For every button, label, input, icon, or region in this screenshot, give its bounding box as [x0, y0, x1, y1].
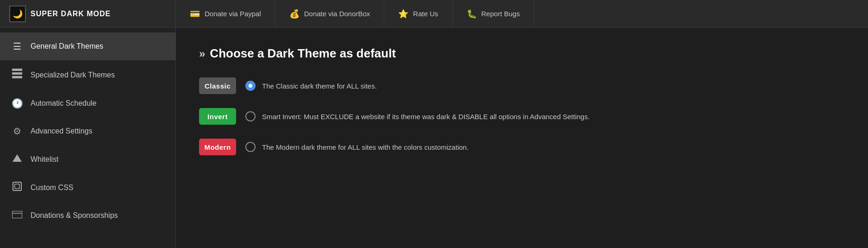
- nav-donate-donorbox[interactable]: 💰 Donate via DonorBox: [275, 0, 385, 27]
- sidebar-label-donations-sponsorships: Donations & Sponsorships: [31, 211, 118, 220]
- modern-description: The Modern dark theme for ALL sites with…: [262, 143, 468, 151]
- top-bar: 🌙 SUPER DARK MODE 💳 Donate via Paypal 💰 …: [0, 0, 868, 28]
- bug-icon: 🐛: [467, 9, 477, 19]
- svg-marker-3: [12, 154, 22, 162]
- sidebar-item-advanced-settings[interactable]: ⚙ Advanced Settings: [0, 117, 175, 145]
- nav-donate-paypal[interactable]: 💳 Donate via Paypal: [176, 0, 275, 27]
- whitelist-icon: [11, 153, 23, 165]
- paypal-icon: 💳: [190, 9, 200, 19]
- badge-modern[interactable]: Modern: [199, 139, 236, 155]
- svg-rect-2: [12, 76, 22, 78]
- badge-invert[interactable]: Invert: [199, 108, 236, 125]
- nav-rate-us-label: Rate Us: [413, 10, 438, 18]
- logo-title: SUPER DARK MODE: [31, 10, 111, 18]
- sidebar: ☰ General Dark Themes Specialized Dark T…: [0, 28, 176, 248]
- svg-rect-0: [12, 69, 22, 71]
- section-arrow: »: [199, 47, 205, 60]
- schedule-icon: 🕐: [11, 98, 23, 109]
- sidebar-label-specialized-dark-themes: Specialized Dark Themes: [31, 71, 115, 79]
- radio-container-classic: The Classic dark theme for ALL sites.: [245, 81, 377, 91]
- main-layout: ☰ General Dark Themes Specialized Dark T…: [0, 28, 868, 248]
- sidebar-label-general-dark-themes: General Dark Themes: [31, 42, 103, 51]
- theme-option-classic: Classic The Classic dark theme for ALL s…: [199, 77, 845, 94]
- settings-icon: ⚙: [11, 126, 23, 137]
- svg-rect-5: [15, 184, 19, 189]
- svg-rect-4: [13, 182, 21, 191]
- sidebar-item-custom-css[interactable]: Custom CSS: [0, 173, 175, 202]
- nav-donate-paypal-label: Donate via Paypal: [205, 10, 261, 18]
- radio-container-modern: The Modern dark theme for ALL sites with…: [245, 142, 468, 152]
- nav-report-bugs[interactable]: 🐛 Report Bugs: [453, 0, 534, 27]
- sidebar-item-specialized-dark-themes[interactable]: Specialized Dark Themes: [0, 60, 175, 89]
- sidebar-item-general-dark-themes[interactable]: ☰ General Dark Themes: [0, 32, 175, 60]
- general-themes-icon: ☰: [11, 41, 23, 52]
- specialized-themes-icon: [11, 69, 23, 81]
- sidebar-label-automatic-schedule: Automatic Schedule: [31, 99, 96, 108]
- sidebar-label-custom-css: Custom CSS: [31, 184, 73, 192]
- nav-donate-donorbox-label: Donate via DonorBox: [304, 10, 370, 18]
- radio-modern[interactable]: [245, 142, 256, 152]
- radio-classic[interactable]: [245, 81, 256, 91]
- svg-rect-6: [12, 211, 22, 218]
- content-area: » Choose a Dark Theme as default Classic…: [176, 28, 868, 248]
- sidebar-item-whitelist[interactable]: Whitelist: [0, 145, 175, 173]
- sidebar-item-automatic-schedule[interactable]: 🕐 Automatic Schedule: [0, 89, 175, 117]
- svg-rect-1: [12, 72, 22, 75]
- sidebar-label-advanced-settings: Advanced Settings: [31, 127, 92, 135]
- invert-description: Smart Invert: Must EXCLUDE a website if …: [262, 113, 590, 121]
- sidebar-label-whitelist: Whitelist: [31, 155, 58, 164]
- classic-description: The Classic dark theme for ALL sites.: [262, 82, 377, 90]
- donorbox-icon: 💰: [289, 9, 300, 19]
- radio-invert[interactable]: [245, 111, 256, 121]
- section-title: » Choose a Dark Theme as default: [199, 46, 845, 61]
- badge-classic[interactable]: Classic: [199, 77, 236, 94]
- donations-icon: [11, 210, 23, 221]
- nav-rate-us[interactable]: ⭐ Rate Us: [384, 0, 452, 27]
- logo-area: 🌙 SUPER DARK MODE: [0, 0, 176, 27]
- theme-option-invert: Invert Smart Invert: Must EXCLUDE a webs…: [199, 108, 845, 125]
- css-icon: [11, 182, 23, 193]
- logo-icon: 🌙: [9, 6, 26, 22]
- nav-items: 💳 Donate via Paypal 💰 Donate via DonorBo…: [176, 0, 868, 27]
- star-icon: ⭐: [398, 9, 408, 19]
- section-title-text: Choose a Dark Theme as default: [210, 46, 396, 61]
- theme-option-modern: Modern The Modern dark theme for ALL sit…: [199, 139, 845, 155]
- sidebar-item-donations-sponsorships[interactable]: Donations & Sponsorships: [0, 202, 175, 229]
- nav-report-bugs-label: Report Bugs: [481, 10, 520, 18]
- radio-container-invert: Smart Invert: Must EXCLUDE a website if …: [245, 111, 590, 121]
